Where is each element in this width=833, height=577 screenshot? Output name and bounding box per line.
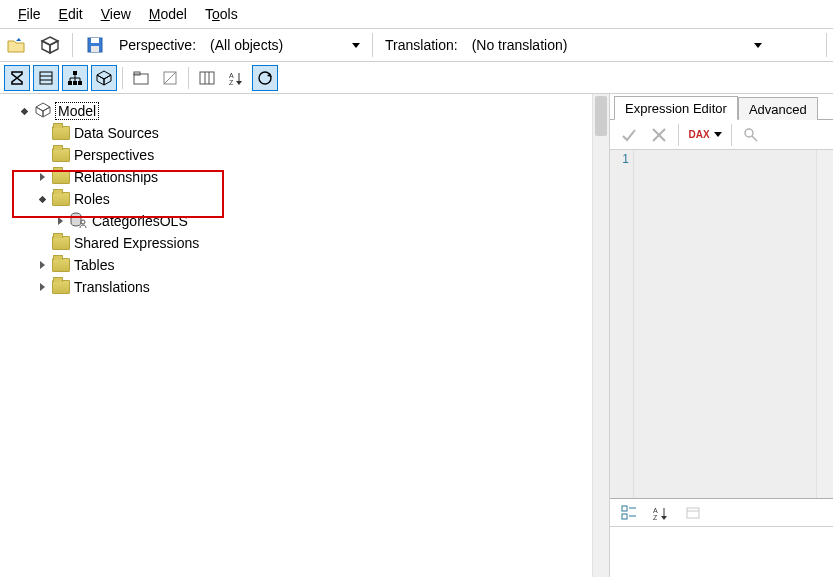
menu-file[interactable]: File [18, 6, 41, 22]
svg-marker-31 [236, 81, 242, 85]
tree-pane: Model Data Sources Perspectives [0, 94, 610, 577]
separator [678, 124, 679, 146]
folder-icon [52, 192, 70, 206]
sigma-icon[interactable] [4, 65, 30, 91]
tree-item-perspectives[interactable]: Perspectives [36, 144, 605, 166]
main-area: Model Data Sources Perspectives [0, 94, 833, 577]
expression-editor-area[interactable]: 1 [610, 150, 833, 499]
folder-icon [52, 148, 70, 162]
menubar: File Edit View Model Tools [0, 0, 833, 28]
columns3-icon[interactable] [194, 65, 220, 91]
expander-right-icon[interactable] [54, 215, 66, 227]
role-icon [70, 212, 88, 231]
expander-empty [36, 237, 48, 249]
tree-item-tables[interactable]: Tables [36, 254, 605, 276]
accept-icon[interactable] [616, 122, 642, 148]
alpha-sort-icon[interactable]: AZ [648, 500, 674, 526]
property-toolbar: AZ [610, 499, 833, 527]
svg-marker-19 [97, 75, 104, 85]
editor-scrollbar[interactable] [816, 150, 833, 498]
categorized-view-icon[interactable] [616, 500, 642, 526]
tree-item-label: Data Sources [74, 125, 159, 141]
property-pages-icon[interactable] [680, 500, 706, 526]
tree-item-label: Roles [74, 191, 110, 207]
svg-point-41 [745, 129, 753, 137]
perspective-value: (All objects) [210, 37, 283, 53]
view-toolbar: AZ [0, 62, 833, 94]
folder-icon [52, 236, 70, 250]
svg-rect-10 [68, 81, 72, 85]
expander-right-icon[interactable] [36, 171, 48, 183]
menu-view[interactable]: View [101, 6, 131, 22]
expander-down-icon[interactable] [36, 193, 48, 205]
svg-marker-2 [50, 41, 58, 53]
chevron-down-icon [714, 132, 722, 137]
folder-icon [52, 258, 70, 272]
svg-point-38 [81, 220, 85, 224]
svg-marker-18 [97, 71, 111, 79]
model-tree[interactable]: Model Data Sources Perspectives [4, 100, 605, 298]
hierarchy-icon[interactable] [62, 65, 88, 91]
tree-item-label: Tables [74, 257, 114, 273]
tree-item-data-sources[interactable]: Data Sources [36, 122, 605, 144]
perspective-label: Perspective: [119, 37, 196, 53]
editor-content[interactable] [634, 150, 833, 498]
folder-icon [52, 126, 70, 140]
tab-expression-editor[interactable]: Expression Editor [614, 96, 738, 120]
open-file-icon[interactable] [2, 32, 30, 58]
menu-model[interactable]: Model [149, 6, 187, 22]
tree-item-label: Perspectives [74, 147, 154, 163]
cube-small-icon[interactable] [91, 65, 117, 91]
svg-rect-9 [73, 71, 77, 75]
expander-right-icon[interactable] [36, 259, 48, 271]
hidden-view-icon[interactable] [157, 65, 183, 91]
tree-item-shared-expressions[interactable]: Shared Expressions [36, 232, 605, 254]
svg-rect-5 [91, 46, 99, 52]
tree-item-translations[interactable]: Translations [36, 276, 605, 298]
svg-marker-33 [267, 73, 272, 77]
tab-advanced[interactable]: Advanced [738, 97, 818, 120]
svg-rect-51 [687, 508, 699, 518]
search-icon[interactable] [738, 122, 764, 148]
separator [372, 33, 373, 57]
cancel-icon[interactable] [646, 122, 672, 148]
expander-right-icon[interactable] [36, 281, 48, 293]
dax-label: DAX [688, 129, 709, 140]
editor-gutter: 1 [610, 150, 634, 498]
expander-down-icon[interactable] [18, 105, 30, 117]
tree-item-label: Translations [74, 279, 150, 295]
folder-view-icon[interactable] [128, 65, 154, 91]
svg-marker-20 [104, 75, 111, 85]
svg-marker-0 [42, 37, 58, 45]
menu-tools[interactable]: Tools [205, 6, 238, 22]
expander-empty [36, 149, 48, 161]
separator [826, 33, 827, 57]
svg-marker-1 [42, 41, 50, 53]
svg-text:Z: Z [229, 79, 234, 86]
deploy-icon[interactable] [36, 32, 64, 58]
tree-scrollbar[interactable] [592, 94, 609, 577]
tree-root-model[interactable]: Model [18, 100, 605, 122]
svg-rect-6 [40, 72, 52, 84]
dax-mode-button[interactable]: DAX [685, 122, 725, 148]
separator [188, 67, 189, 89]
svg-text:A: A [653, 507, 658, 514]
translation-combo[interactable]: (No translation) [466, 33, 766, 57]
tree-item-relationships[interactable]: Relationships [36, 166, 605, 188]
tree-root-label: Model [56, 103, 98, 119]
refresh-icon[interactable] [252, 65, 278, 91]
menu-edit[interactable]: Edit [59, 6, 83, 22]
translation-value: (No translation) [472, 37, 568, 53]
sort-az-icon[interactable]: AZ [223, 65, 249, 91]
tree-item-label: Shared Expressions [74, 235, 199, 251]
tree-item-roles[interactable]: Roles [36, 188, 605, 210]
tree-item-categoriesols[interactable]: CategoriesOLS [54, 210, 605, 232]
property-grid[interactable] [610, 527, 833, 577]
svg-marker-50 [661, 516, 667, 520]
perspective-combo[interactable]: (All objects) [204, 33, 364, 57]
separator [72, 33, 73, 57]
svg-line-24 [164, 72, 176, 84]
save-icon[interactable] [81, 32, 109, 58]
columns-icon[interactable] [33, 65, 59, 91]
tree-item-label: CategoriesOLS [92, 213, 188, 229]
